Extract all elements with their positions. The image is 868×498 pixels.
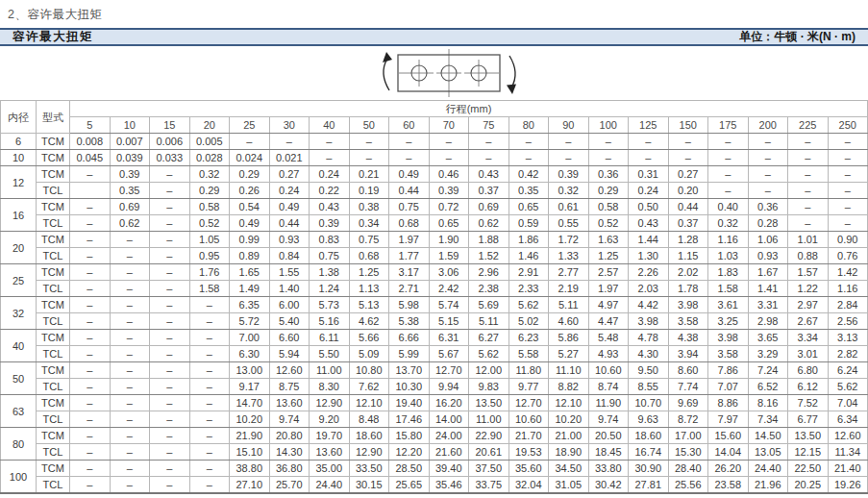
torque-value-cell: 30.42 [588, 477, 629, 494]
torque-value-cell: 0.31 [629, 166, 669, 183]
torque-value-cell: 16.74 [629, 444, 669, 461]
torque-value-cell: 5.58 [508, 346, 549, 362]
torque-value-cell: 12.60 [269, 362, 310, 379]
torque-value-cell: 5.94 [269, 346, 310, 362]
torque-value-cell: – [549, 134, 589, 150]
torque-value-cell: 12.90 [310, 395, 350, 411]
torque-value-cell: 0.27 [269, 166, 310, 183]
torque-value-cell: 2.42 [429, 281, 469, 297]
torque-value-cell: 18.45 [588, 444, 629, 461]
torque-value-cell: – [828, 183, 868, 199]
stroke-col-header: 90 [549, 117, 589, 134]
torque-value-cell: 8.55 [629, 379, 669, 395]
stroke-col-header: 40 [310, 117, 350, 134]
torque-value-cell: 1.24 [310, 281, 350, 297]
torque-value-cell: 5.69 [469, 297, 509, 313]
torque-value-cell: 23.58 [708, 477, 749, 494]
torque-value-cell: – [110, 461, 150, 477]
torque-value-cell: 27.10 [230, 477, 270, 494]
type-cell: TCM [37, 461, 70, 477]
torque-value-cell: 34.50 [549, 461, 589, 477]
bore-cell: 12 [1, 166, 37, 199]
torque-value-cell: – [189, 346, 230, 362]
type-cell: TCL [37, 313, 70, 330]
torque-value-cell: 5.38 [389, 313, 430, 330]
torque-value-cell: 5.86 [549, 330, 589, 346]
table-header-row-1: 内径 型式 行程(mm) [1, 101, 868, 117]
torque-value-cell: – [110, 248, 150, 264]
torque-value-cell: 6.34 [828, 411, 868, 428]
torque-value-cell: – [110, 444, 150, 461]
torque-value-cell: 9.17 [230, 379, 270, 395]
torque-value-cell: – [110, 379, 150, 395]
table-row: 50TCM––––13.0012.6011.0010.8013.7012.701… [1, 362, 868, 379]
torque-value-cell: 0.69 [469, 199, 509, 215]
torque-value-cell: 11.00 [469, 411, 509, 428]
torque-value-cell: 7.97 [708, 411, 749, 428]
torque-value-cell: 0.68 [389, 215, 430, 232]
torque-value-cell: 1.58 [708, 281, 749, 297]
torque-value-cell: – [189, 395, 230, 411]
torque-value-cell: 0.28 [748, 215, 788, 232]
torque-value-cell: 10.20 [549, 411, 589, 428]
torque-value-cell: 0.033 [150, 150, 190, 166]
bore-cell: 20 [1, 232, 37, 264]
torque-value-cell: 20.80 [269, 428, 310, 444]
type-cell: TCL [37, 346, 70, 362]
torque-value-cell: 31.05 [549, 477, 589, 494]
torque-value-cell: 0.32 [708, 215, 749, 232]
torque-value-cell: 17.46 [389, 411, 430, 428]
type-cell: TCL [37, 281, 70, 297]
torque-value-cell: 25.65 [389, 477, 430, 494]
torque-value-cell: 7.07 [708, 379, 749, 395]
table-row: TCL––––6.305.945.505.095.995.675.625.585… [1, 346, 868, 362]
torque-value-cell: – [230, 134, 270, 150]
torque-value-cell: – [70, 281, 111, 297]
torque-value-cell: – [150, 297, 190, 313]
torque-value-cell: – [110, 428, 150, 444]
torque-value-cell: 18.60 [629, 428, 669, 444]
torque-value-cell: 7.34 [748, 411, 788, 428]
torque-value-cell: 2.91 [508, 264, 549, 281]
torque-value-cell: 0.38 [349, 199, 389, 215]
section-title: 容许最大扭矩 [12, 29, 93, 45]
table-body: 6TCM0.0080.0070.0060.005––––––––––––––––… [1, 134, 868, 494]
stroke-span-header: 行程(mm) [70, 101, 868, 117]
type-cell: TCL [37, 183, 70, 199]
torque-value-cell: – [70, 232, 111, 248]
torque-value-cell: – [429, 150, 469, 166]
torque-value-cell: 26.20 [708, 461, 749, 477]
torque-value-cell: 4.30 [629, 346, 669, 362]
torque-value-cell: – [828, 166, 868, 183]
torque-value-cell: – [70, 215, 111, 232]
table-row: 25TCM–––1.761.651.551.381.253.173.062.96… [1, 264, 868, 281]
torque-value-cell: 0.32 [549, 183, 589, 199]
torque-value-cell: 2.71 [389, 281, 430, 297]
torque-value-cell: 2.82 [828, 346, 868, 362]
torque-value-cell: 0.90 [828, 232, 868, 248]
torque-value-cell: 1.13 [349, 281, 389, 297]
torque-value-cell: 0.62 [110, 215, 150, 232]
torque-value-cell: 1.72 [549, 232, 589, 248]
torque-value-cell: 1.42 [828, 264, 868, 281]
torque-value-cell: 3.98 [708, 330, 749, 346]
torque-value-cell: 19.53 [508, 444, 549, 461]
torque-value-cell: 0.29 [189, 183, 230, 199]
bore-cell: 40 [1, 330, 37, 362]
torque-value-cell: 0.36 [588, 166, 629, 183]
type-cell: TCM [37, 199, 70, 215]
stroke-col-header: 10 [110, 117, 150, 134]
torque-value-cell: – [70, 346, 111, 362]
page-title: 2、容许最大扭矩 [0, 0, 868, 21]
torque-value-cell: 6.77 [788, 411, 829, 428]
torque-value-cell: 0.32 [189, 166, 230, 183]
type-cell: TCL [37, 248, 70, 264]
torque-value-cell: 2.56 [828, 313, 868, 330]
torque-value-cell: – [549, 150, 589, 166]
torque-value-cell: 0.43 [310, 199, 350, 215]
torque-value-cell: – [70, 297, 111, 313]
torque-value-cell: – [469, 150, 509, 166]
torque-value-cell: 0.44 [389, 183, 430, 199]
torque-value-cell: 0.39 [429, 183, 469, 199]
torque-value-cell: 13.70 [389, 362, 430, 379]
